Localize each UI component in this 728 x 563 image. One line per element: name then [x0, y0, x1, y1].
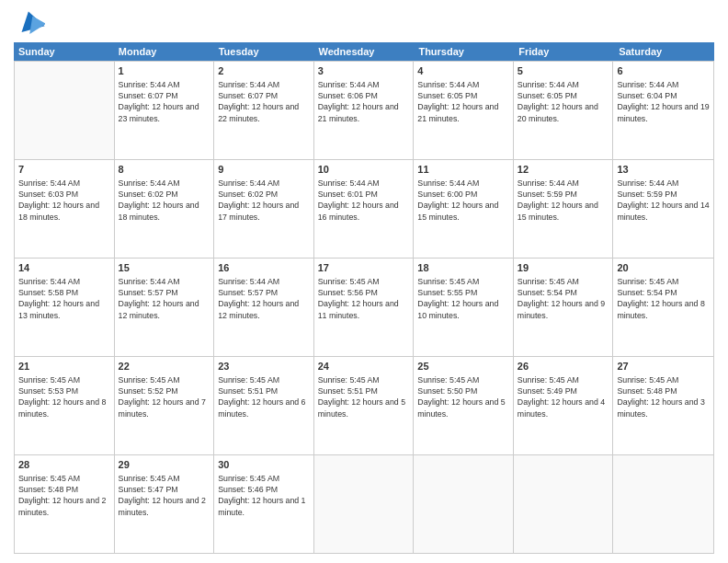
day-number: 25	[417, 360, 509, 373]
cell-info: Sunrise: 5:44 AM Sunset: 6:00 PM Dayligh…	[417, 178, 509, 223]
calendar-cell: 11Sunrise: 5:44 AM Sunset: 6:00 PM Dayli…	[414, 160, 514, 258]
cell-info: Sunrise: 5:45 AM Sunset: 5:56 PM Dayligh…	[318, 276, 410, 321]
calendar-page: SundayMondayTuesdayWednesdayThursdayFrid…	[0, 0, 728, 563]
day-number: 1	[119, 64, 210, 78]
calendar-cell	[414, 455, 514, 553]
calendar-cell: 30Sunrise: 5:45 AM Sunset: 5:46 PM Dayli…	[214, 455, 314, 553]
day-number: 4	[417, 64, 509, 78]
cell-info: Sunrise: 5:44 AM Sunset: 6:01 PM Dayligh…	[318, 178, 410, 223]
day-number: 8	[119, 163, 210, 177]
header-day-friday: Friday	[514, 42, 614, 61]
calendar-cell: 14Sunrise: 5:44 AM Sunset: 5:58 PM Dayli…	[15, 259, 115, 356]
cell-info: Sunrise: 5:45 AM Sunset: 5:49 PM Dayligh…	[518, 374, 609, 419]
header	[14, 9, 714, 35]
day-number: 29	[119, 458, 210, 472]
cell-info: Sunrise: 5:44 AM Sunset: 6:02 PM Dayligh…	[119, 178, 210, 223]
calendar-cell: 29Sunrise: 5:45 AM Sunset: 5:47 PM Dayli…	[115, 455, 215, 553]
calendar-cell: 10Sunrise: 5:44 AM Sunset: 6:01 PM Dayli…	[314, 160, 415, 258]
day-number: 6	[617, 64, 710, 78]
day-number: 19	[518, 261, 609, 275]
calendar-cell: 26Sunrise: 5:45 AM Sunset: 5:49 PM Dayli…	[514, 357, 614, 454]
calendar-cell: 24Sunrise: 5:45 AM Sunset: 5:51 PM Dayli…	[314, 357, 415, 454]
calendar-cell	[314, 455, 415, 553]
cell-info: Sunrise: 5:45 AM Sunset: 5:46 PM Dayligh…	[218, 473, 310, 518]
calendar-cell: 8Sunrise: 5:44 AM Sunset: 6:02 PM Daylig…	[115, 160, 215, 258]
calendar-row-5: 28Sunrise: 5:45 AM Sunset: 5:48 PM Dayli…	[15, 454, 713, 553]
cell-info: Sunrise: 5:45 AM Sunset: 5:51 PM Dayligh…	[218, 374, 310, 419]
calendar-cell: 13Sunrise: 5:44 AM Sunset: 5:59 PM Dayli…	[613, 160, 713, 258]
day-number: 21	[18, 360, 110, 373]
day-number: 22	[119, 360, 210, 373]
day-number: 30	[218, 458, 310, 472]
cell-info: Sunrise: 5:45 AM Sunset: 5:54 PM Dayligh…	[617, 276, 710, 321]
calendar-cell: 5Sunrise: 5:44 AM Sunset: 6:05 PM Daylig…	[514, 62, 614, 159]
calendar-cell	[514, 455, 614, 553]
cell-info: Sunrise: 5:44 AM Sunset: 5:57 PM Dayligh…	[218, 276, 310, 321]
day-number: 26	[518, 360, 609, 373]
cell-info: Sunrise: 5:44 AM Sunset: 6:05 PM Dayligh…	[417, 79, 509, 124]
cell-info: Sunrise: 5:45 AM Sunset: 5:48 PM Dayligh…	[18, 473, 110, 518]
cell-info: Sunrise: 5:45 AM Sunset: 5:53 PM Dayligh…	[18, 374, 110, 419]
calendar-cell: 27Sunrise: 5:45 AM Sunset: 5:48 PM Dayli…	[613, 357, 713, 454]
cell-info: Sunrise: 5:45 AM Sunset: 5:47 PM Dayligh…	[119, 473, 210, 518]
cell-info: Sunrise: 5:44 AM Sunset: 5:59 PM Dayligh…	[617, 178, 710, 223]
cell-info: Sunrise: 5:44 AM Sunset: 6:04 PM Dayligh…	[617, 79, 710, 124]
day-number: 2	[218, 64, 310, 78]
header-day-thursday: Thursday	[414, 42, 514, 61]
calendar-cell: 22Sunrise: 5:45 AM Sunset: 5:52 PM Dayli…	[115, 357, 215, 454]
calendar-cell: 18Sunrise: 5:45 AM Sunset: 5:55 PM Dayli…	[414, 259, 514, 356]
header-day-monday: Monday	[114, 42, 214, 61]
day-number: 12	[518, 163, 609, 177]
calendar-cell: 12Sunrise: 5:44 AM Sunset: 5:59 PM Dayli…	[514, 160, 614, 258]
calendar-cell: 7Sunrise: 5:44 AM Sunset: 6:03 PM Daylig…	[15, 160, 115, 258]
calendar-body: 1Sunrise: 5:44 AM Sunset: 6:07 PM Daylig…	[14, 61, 714, 554]
calendar-header: SundayMondayTuesdayWednesdayThursdayFrid…	[14, 42, 714, 61]
day-number: 28	[18, 458, 110, 472]
cell-info: Sunrise: 5:44 AM Sunset: 6:06 PM Dayligh…	[318, 79, 410, 124]
cell-info: Sunrise: 5:44 AM Sunset: 5:57 PM Dayligh…	[119, 276, 210, 321]
cell-info: Sunrise: 5:45 AM Sunset: 5:54 PM Dayligh…	[518, 276, 609, 321]
calendar-row-4: 21Sunrise: 5:45 AM Sunset: 5:53 PM Dayli…	[15, 356, 713, 454]
day-number: 23	[218, 360, 310, 373]
calendar-cell: 20Sunrise: 5:45 AM Sunset: 5:54 PM Dayli…	[613, 259, 713, 356]
day-number: 14	[18, 261, 110, 275]
calendar-cell	[613, 455, 713, 553]
calendar-cell: 17Sunrise: 5:45 AM Sunset: 5:56 PM Dayli…	[314, 259, 415, 356]
day-number: 13	[617, 163, 710, 177]
day-number: 7	[18, 163, 110, 177]
calendar: SundayMondayTuesdayWednesdayThursdayFrid…	[14, 42, 714, 554]
day-number: 16	[218, 261, 310, 275]
cell-info: Sunrise: 5:44 AM Sunset: 5:58 PM Dayligh…	[18, 276, 110, 321]
cell-info: Sunrise: 5:45 AM Sunset: 5:50 PM Dayligh…	[417, 374, 509, 419]
day-number: 5	[518, 64, 609, 78]
calendar-row-3: 14Sunrise: 5:44 AM Sunset: 5:58 PM Dayli…	[15, 258, 713, 356]
cell-info: Sunrise: 5:44 AM Sunset: 6:07 PM Dayligh…	[119, 79, 210, 124]
logo	[14, 9, 45, 35]
day-number: 15	[119, 261, 210, 275]
calendar-cell: 19Sunrise: 5:45 AM Sunset: 5:54 PM Dayli…	[514, 259, 614, 356]
calendar-cell: 16Sunrise: 5:44 AM Sunset: 5:57 PM Dayli…	[214, 259, 314, 356]
cell-info: Sunrise: 5:44 AM Sunset: 5:59 PM Dayligh…	[518, 178, 609, 223]
header-day-saturday: Saturday	[614, 42, 714, 61]
day-number: 3	[318, 64, 410, 78]
calendar-cell: 6Sunrise: 5:44 AM Sunset: 6:04 PM Daylig…	[613, 62, 713, 159]
day-number: 10	[318, 163, 410, 177]
cell-info: Sunrise: 5:45 AM Sunset: 5:48 PM Dayligh…	[617, 374, 710, 419]
cell-info: Sunrise: 5:44 AM Sunset: 6:02 PM Dayligh…	[218, 178, 310, 223]
day-number: 27	[617, 360, 710, 373]
calendar-cell: 25Sunrise: 5:45 AM Sunset: 5:50 PM Dayli…	[414, 357, 514, 454]
cell-info: Sunrise: 5:45 AM Sunset: 5:51 PM Dayligh…	[318, 374, 410, 419]
calendar-cell: 15Sunrise: 5:44 AM Sunset: 5:57 PM Dayli…	[115, 259, 215, 356]
calendar-cell	[15, 62, 115, 159]
calendar-row-2: 7Sunrise: 5:44 AM Sunset: 6:03 PM Daylig…	[15, 159, 713, 258]
cell-info: Sunrise: 5:45 AM Sunset: 5:52 PM Dayligh…	[119, 374, 210, 419]
calendar-cell: 2Sunrise: 5:44 AM Sunset: 6:07 PM Daylig…	[214, 62, 314, 159]
day-number: 17	[318, 261, 410, 275]
cell-info: Sunrise: 5:44 AM Sunset: 6:07 PM Dayligh…	[218, 79, 310, 124]
calendar-cell: 23Sunrise: 5:45 AM Sunset: 5:51 PM Dayli…	[214, 357, 314, 454]
day-number: 24	[318, 360, 410, 373]
calendar-cell: 28Sunrise: 5:45 AM Sunset: 5:48 PM Dayli…	[15, 455, 115, 553]
logo-bird-icon	[17, 9, 45, 35]
cell-info: Sunrise: 5:44 AM Sunset: 6:05 PM Dayligh…	[518, 79, 609, 124]
cell-info: Sunrise: 5:45 AM Sunset: 5:55 PM Dayligh…	[417, 276, 509, 321]
